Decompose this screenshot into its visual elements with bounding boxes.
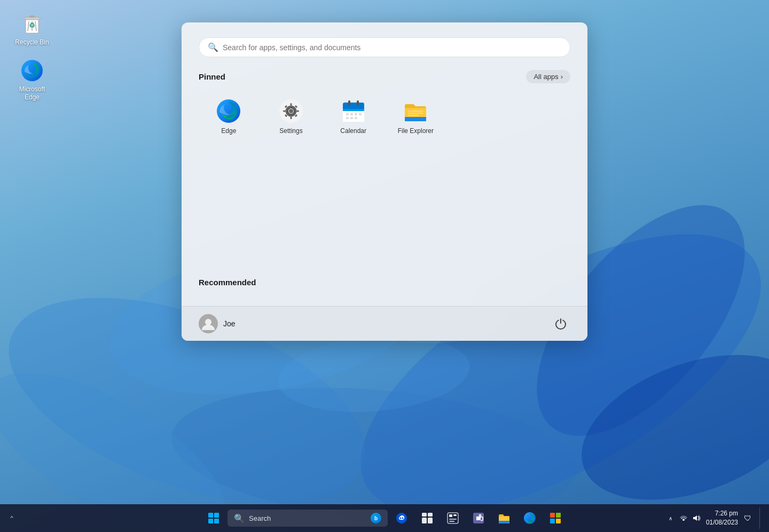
taskbar-file-explorer[interactable] xyxy=(492,506,516,530)
taskbar-edge[interactable] xyxy=(518,506,542,530)
start-menu-main: 🔍 Pinned All apps › xyxy=(182,22,587,306)
pinned-section-header: Pinned All apps › xyxy=(199,70,570,83)
taskbar: ^ 🔍 Search b xyxy=(0,504,769,532)
svg-point-68 xyxy=(479,514,482,517)
svg-rect-66 xyxy=(449,521,454,522)
start-button[interactable] xyxy=(202,506,225,530)
user-name: Joe xyxy=(223,319,236,328)
svg-rect-74 xyxy=(550,519,555,523)
svg-rect-43 xyxy=(350,117,353,119)
user-info[interactable]: Joe xyxy=(199,314,236,333)
svg-rect-41 xyxy=(359,113,362,115)
recommended-section-header: Recommended xyxy=(199,278,570,287)
edge-app-label: Edge xyxy=(221,127,236,135)
svg-rect-65 xyxy=(449,519,457,520)
svg-rect-51 xyxy=(208,513,213,518)
search-bar-icon: 🔍 xyxy=(208,42,218,52)
taskbar-search-icon: 🔍 xyxy=(234,513,245,523)
taskbar-store[interactable] xyxy=(544,506,567,530)
calendar-app-icon xyxy=(341,98,366,124)
svg-rect-42 xyxy=(346,117,349,119)
settings-app-icon xyxy=(278,98,304,124)
all-apps-label: All apps xyxy=(533,73,558,81)
power-button[interactable] xyxy=(551,314,570,333)
recycle-bin-label: Recycle Bin xyxy=(15,38,49,47)
svg-point-22 xyxy=(289,109,293,113)
svg-point-56 xyxy=(400,518,402,519)
all-apps-arrow: › xyxy=(561,73,563,81)
clock-time: 7:26 pm xyxy=(706,509,738,518)
pinned-app-file-explorer[interactable]: File Explorer xyxy=(386,92,446,273)
pinned-app-calendar[interactable]: Calendar xyxy=(323,92,383,273)
tray-volume-icon[interactable] xyxy=(691,513,702,523)
file-explorer-app-label: File Explorer xyxy=(398,127,434,135)
taskbar-search-text: Search xyxy=(249,514,271,522)
svg-rect-38 xyxy=(346,113,349,115)
svg-rect-25 xyxy=(283,111,286,112)
svg-rect-75 xyxy=(556,519,561,523)
pinned-title: Pinned xyxy=(199,72,225,81)
system-tray: ∧ xyxy=(665,513,702,523)
all-apps-button[interactable]: All apps › xyxy=(526,70,570,83)
desktop-icons-area: ♻ Recycle Bin xyxy=(11,11,53,102)
svg-rect-52 xyxy=(214,513,219,518)
file-explorer-app-icon xyxy=(403,98,428,124)
recommended-section: Recommended xyxy=(199,278,570,287)
svg-rect-73 xyxy=(556,513,561,518)
user-avatar xyxy=(199,314,218,333)
svg-rect-64 xyxy=(453,514,457,516)
microsoft-edge-desktop-label: MicrosoftEdge xyxy=(19,85,45,102)
svg-rect-39 xyxy=(350,113,353,115)
start-menu: 🔍 Pinned All apps › xyxy=(182,22,587,341)
recycle-bin-svg: ♻ xyxy=(20,12,44,35)
microsoft-edge-desktop-image xyxy=(19,58,45,83)
svg-rect-61 xyxy=(428,518,433,523)
svg-rect-11 xyxy=(29,15,35,18)
pinned-app-edge[interactable]: Edge xyxy=(199,92,259,273)
svg-point-57 xyxy=(402,518,404,519)
clock-date: 01/08/2023 xyxy=(706,518,738,527)
svg-rect-59 xyxy=(428,513,433,517)
tray-expand-icon[interactable]: ∧ xyxy=(665,513,676,523)
taskbar-copilot[interactable] xyxy=(390,506,413,530)
svg-rect-34 xyxy=(343,110,364,122)
start-menu-footer: Joe xyxy=(182,306,587,341)
start-menu-search-input[interactable] xyxy=(223,43,561,52)
svg-rect-63 xyxy=(449,514,452,517)
svg-rect-58 xyxy=(422,513,427,517)
edge-svg xyxy=(20,59,44,82)
tray-security-icon[interactable]: 🛡 xyxy=(742,513,753,523)
taskbar-task-view[interactable] xyxy=(415,506,439,530)
svg-point-50 xyxy=(205,319,211,325)
taskbar-center: 🔍 Search b xyxy=(202,506,567,530)
svg-rect-26 xyxy=(296,111,299,112)
svg-rect-54 xyxy=(214,519,219,523)
bing-icon: b xyxy=(371,513,381,523)
taskbar-left: ^ xyxy=(6,513,17,523)
microsoft-edge-desktop-icon[interactable]: MicrosoftEdge xyxy=(11,58,53,102)
recommended-title: Recommended xyxy=(199,278,256,287)
taskbar-widgets[interactable] xyxy=(441,506,465,530)
start-menu-search-bar[interactable]: 🔍 xyxy=(199,37,570,57)
tray-network-icon[interactable] xyxy=(678,513,689,523)
clock-area[interactable]: 7:26 pm 01/08/2023 xyxy=(706,509,738,527)
svg-text:♻: ♻ xyxy=(29,21,35,29)
recycle-bin-image: ♻ xyxy=(19,11,45,36)
edge-app-icon xyxy=(216,98,241,124)
svg-rect-37 xyxy=(357,100,359,106)
svg-rect-40 xyxy=(355,113,357,115)
pinned-apps-grid: Edge xyxy=(199,92,570,273)
svg-rect-23 xyxy=(290,103,292,106)
svg-rect-35 xyxy=(343,109,364,111)
svg-rect-24 xyxy=(290,116,292,119)
svg-rect-60 xyxy=(422,518,427,523)
recycle-bin-icon[interactable]: ♻ Recycle Bin xyxy=(11,11,53,47)
pinned-app-settings[interactable]: Settings xyxy=(261,92,321,273)
show-desktop-button[interactable] xyxy=(759,507,763,529)
taskbar-teams[interactable] xyxy=(467,506,490,530)
calendar-app-label: Calendar xyxy=(340,127,366,135)
taskbar-search[interactable]: 🔍 Search b xyxy=(227,510,388,527)
svg-rect-36 xyxy=(348,100,350,106)
system-tray-expand[interactable]: ^ xyxy=(6,513,17,523)
svg-rect-44 xyxy=(355,117,357,119)
